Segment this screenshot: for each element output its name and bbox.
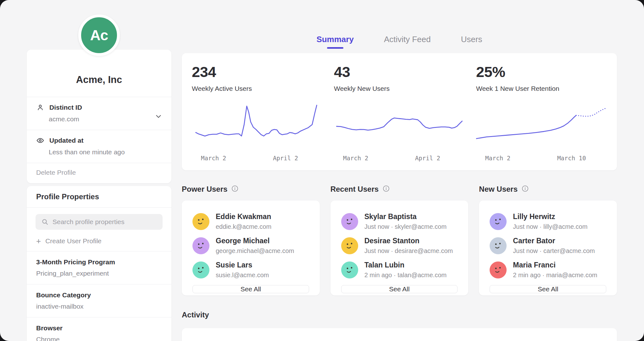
user-detail: susie.l@acme.com (216, 272, 269, 279)
user-detail: Just now · carter@acme.com (513, 247, 595, 255)
metric-value: 43 (334, 63, 465, 80)
x-axis: March 2 March 10 (476, 155, 607, 163)
metric-label: Weekly Active Users (192, 85, 323, 92)
tab-summary[interactable]: Summary (316, 35, 354, 49)
property-row-browser[interactable]: Browser Chrome (27, 317, 171, 341)
company-avatar-initials: Ac (90, 27, 108, 44)
user-section-recent-users: Recent UsersSkylar BaptistaJust now · sk… (330, 184, 469, 295)
retention-sparkline (476, 100, 607, 153)
user-name: Lilly Herwitz (513, 212, 587, 221)
user-avatar (341, 261, 358, 278)
activity-stat: 3.4k (476, 339, 607, 341)
user-list-item[interactable]: Eddie Kwakmaneddie.k@acme.com (192, 212, 309, 230)
user-list-item[interactable]: George Michaelgeorge.michael@acme.com (192, 237, 309, 255)
user-list-item[interactable]: Desirae StantonJust now · desirare@acme.… (341, 237, 458, 255)
property-row-pricing-program[interactable]: 3-Month Pricing Program Pricing_plan_exp… (27, 251, 171, 284)
user-sections: Power UsersEddie Kwakmaneddie.k@acme.com… (182, 184, 617, 295)
user-list-item[interactable]: Carter BatorJust now · carter@acme.com (490, 237, 606, 255)
app-window: Ac Acme, Inc Distinct ID acme.com (0, 0, 644, 341)
user-detail: 2 min ago · talan@acme.com (364, 272, 447, 279)
user-avatar (192, 237, 209, 254)
metric-value: 25% (476, 63, 607, 80)
property-value: Chrome (36, 336, 162, 341)
updated-at-value: Less than one minute ago (49, 148, 162, 156)
user-detail: george.michael@acme.com (216, 247, 294, 255)
user-list-item[interactable]: Susie Larssusie.l@acme.com (192, 261, 309, 279)
updated-at-label: Updated at (49, 137, 84, 144)
updated-at-row: Updated at Less than one minute ago (27, 130, 171, 163)
see-all-button[interactable]: See All (341, 285, 458, 293)
x-axis-label-start: March 2 (201, 155, 226, 162)
metric-label: Week 1 New User Retention (476, 85, 607, 92)
weekly-new-users-sparkline (334, 100, 465, 153)
x-axis: March 2 April 2 (334, 155, 465, 163)
user-list-item[interactable]: Lilly HerwitzJust now · lilly@acme.com (490, 212, 606, 230)
x-axis-label-start: March 2 (343, 155, 368, 162)
user-name: Eddie Kwakman (216, 212, 271, 221)
main-content: Summary Activity Feed Users 234 Weekly A… (182, 0, 617, 341)
metric-label: Weekly New Users (334, 85, 465, 92)
tab-users[interactable]: Users (461, 35, 482, 49)
profile-card: Acme, Inc Distinct ID acme.com (27, 50, 171, 183)
distinct-id-value: acme.com (49, 115, 162, 123)
active-tab-underline (327, 47, 343, 49)
metric-value: 234 (192, 63, 323, 80)
person-icon (36, 103, 44, 112)
user-section-new-users: New UsersLilly HerwitzJust now · lilly@a… (479, 184, 617, 295)
section-title: Power Users (182, 185, 227, 194)
plus-icon: + (36, 238, 41, 244)
tab-bar: Summary Activity Feed Users (182, 0, 617, 49)
user-avatar (490, 213, 507, 230)
section-header: New Users (479, 184, 617, 194)
section-title: New Users (479, 185, 518, 194)
distinct-id-row: Distinct ID acme.com (27, 97, 171, 130)
activity-stat: 240 (334, 339, 465, 341)
activity-stat: 234 (192, 339, 323, 341)
info-icon[interactable] (521, 185, 529, 194)
weekly-active-users-sparkline (192, 100, 323, 153)
user-detail: 2 min ago · maria@acme.com (513, 272, 597, 279)
see-all-button[interactable]: See All (192, 285, 309, 293)
x-axis: March 2 April 2 (192, 155, 323, 163)
user-name: George Michael (216, 237, 294, 245)
property-value: Pricing_plan_experiment (36, 270, 162, 277)
company-name: Acme, Inc (27, 74, 171, 85)
see-all-button[interactable]: See All (490, 285, 606, 293)
activity-section-header: Activity (182, 310, 617, 320)
section-header: Power Users (182, 184, 320, 194)
create-user-profile-button[interactable]: + Create User Profile (36, 237, 162, 245)
property-name: Bounce Category (36, 291, 162, 299)
user-avatar (341, 237, 358, 254)
new-users-card: Lilly HerwitzJust now · lilly@acme.comCa… (479, 201, 617, 295)
x-axis-label-end: April 2 (273, 155, 298, 162)
user-list-item[interactable]: Maria Franci2 min ago · maria@acme.com (490, 261, 606, 279)
property-name: Browser (36, 324, 162, 332)
eye-icon (36, 136, 44, 145)
info-icon[interactable] (231, 185, 239, 194)
metric-week1-retention: 25% Week 1 New User Retention March 2 Ma… (476, 63, 607, 164)
metric-weekly-active-users: 234 Weekly Active Users March 2 April 2 (192, 63, 323, 164)
user-list-item[interactable]: Skylar BaptistaJust now · skyler@acme.co… (341, 212, 458, 230)
profile-properties-card: Profile Properties + Create User Profile (27, 186, 171, 341)
metric-weekly-new-users: 43 Weekly New Users March 2 April 2 (334, 63, 465, 164)
search-profile-properties-input[interactable] (36, 214, 163, 230)
activity-title: Activity (182, 311, 209, 319)
user-section-power-users: Power UsersEddie Kwakmaneddie.k@acme.com… (182, 184, 320, 295)
user-avatar (490, 261, 507, 278)
user-list-item[interactable]: Talan Lubin2 min ago · talan@acme.com (341, 261, 458, 279)
x-axis-label-end: April 2 (415, 155, 440, 162)
tab-activity-feed[interactable]: Activity Feed (384, 35, 431, 49)
x-axis-label-end: March 10 (557, 155, 586, 162)
user-name: Desirae Stanton (364, 237, 453, 245)
info-icon[interactable] (382, 185, 390, 194)
section-header: Recent Users (330, 184, 469, 194)
property-value: inactive-mailbox (36, 303, 162, 310)
user-name: Talan Lubin (364, 261, 447, 269)
property-row-bounce-category[interactable]: Bounce Category inactive-mailbox (27, 284, 171, 317)
property-name: 3-Month Pricing Program (36, 258, 162, 266)
chevron-down-icon[interactable] (154, 112, 163, 120)
user-name: Maria Franci (513, 261, 597, 269)
user-detail: Just now · lilly@acme.com (513, 223, 587, 230)
delete-profile-button[interactable]: Delete Profile (27, 163, 171, 183)
summary-metrics-card: 234 Weekly Active Users March 2 April 2 … (182, 53, 617, 170)
